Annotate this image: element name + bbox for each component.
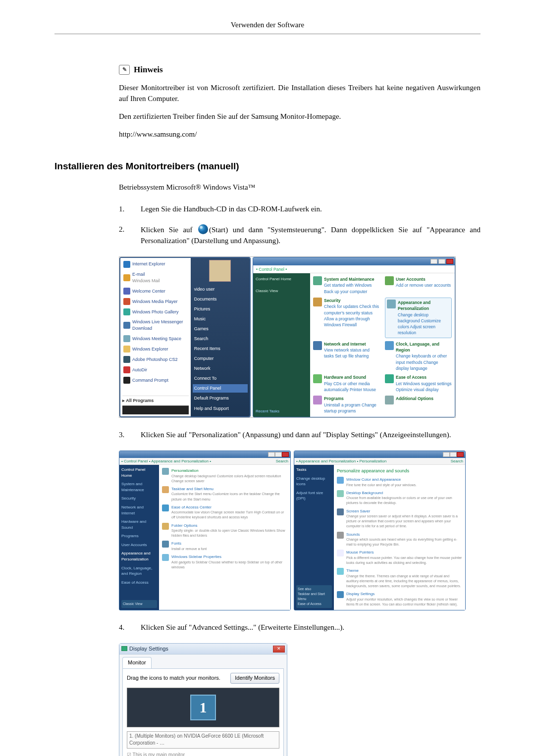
monitor-icon	[121, 646, 127, 651]
close-icon[interactable]: ✕	[273, 646, 285, 653]
step-3-num: 3.	[119, 430, 129, 441]
note-p1: Dieser Monitortreiber ist von Microsoft …	[119, 83, 481, 104]
step-2-text: Klicken Sie auf (Start) und dann "System…	[141, 224, 481, 247]
step-3-text: Klicken Sie auf "Personalization" (Anpas…	[141, 430, 481, 441]
close-icon[interactable]	[446, 259, 453, 264]
figure-personalization: • Control Panel • Appearance and Persona…	[119, 451, 481, 610]
step-2-num: 2.	[119, 224, 129, 247]
monitor-layout-box[interactable]: 1	[127, 688, 279, 727]
link-display-settings[interactable]: Display SettingsAdjust your monitor reso…	[337, 591, 462, 607]
figure-display-settings-dialog: Display Settings ✕ Monitor Drag the icon…	[119, 643, 481, 756]
identify-monitors-button[interactable]: Identify Monitors	[230, 673, 279, 684]
start-menu: Internet Explorer E-mailWindows Mail Wel…	[119, 257, 251, 417]
start-control-panel[interactable]: Control Panel	[193, 384, 248, 393]
drag-instruction: Drag the icons to match your monitors.	[127, 674, 220, 682]
page-header: Verwenden der Software	[54, 20, 481, 34]
pane-personalization: • Appearance and Personalization • Perso…	[294, 451, 466, 610]
step-1-text: Legen Sie die Handbuch-CD in das CD-ROM-…	[141, 204, 481, 215]
windows-start-orb-icon	[198, 224, 208, 234]
cp-appearance-personalization[interactable]: Appearance and PersonalizationChange des…	[385, 298, 452, 338]
note-icon: ✎	[119, 65, 130, 75]
note-label: Hinweis	[134, 64, 163, 76]
control-panel-window: • Control Panel • Control Panel Home Cla…	[253, 257, 455, 417]
chk-main-monitor: ☑ This is my main monitor	[127, 752, 279, 756]
note-url: http://www.samsung.com/	[119, 129, 481, 140]
step-4-num: 4.	[119, 622, 129, 633]
user-avatar-icon	[209, 260, 231, 282]
link-personalization[interactable]: PersonalizationChange desktop background…	[162, 468, 287, 484]
figure-startmenu-controlpanel: Internet Explorer E-mailWindows Mail Wel…	[119, 256, 481, 418]
monitor-select[interactable]: 1. (Multiple Monitors) on NVIDIA GeForce…	[127, 731, 279, 749]
os-line: Betriebssystem Microsoft® Windows Vista™	[119, 182, 481, 193]
monitor-1-icon[interactable]: 1	[190, 695, 216, 720]
note-p2: Den zertifizierten Treiber finden Sie au…	[119, 111, 481, 122]
step-4-text: Klicken Sie auf "Advanced Settings..." (…	[141, 622, 481, 633]
section-heading: Installieren des Monitortreibers (manuel…	[54, 159, 481, 173]
step-1-num: 1.	[119, 204, 129, 215]
pane-appearance: • Control Panel • Appearance and Persona…	[119, 451, 291, 610]
note-block: ✎ Hinweis Dieser Monitortreiber ist von …	[119, 64, 481, 140]
tab-monitor[interactable]: Monitor	[122, 657, 152, 668]
